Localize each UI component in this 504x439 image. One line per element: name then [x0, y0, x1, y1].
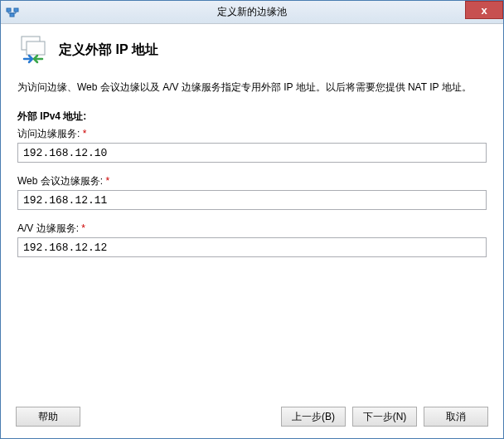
close-button[interactable]: x — [465, 1, 503, 19]
required-mark: * — [83, 128, 87, 139]
label-av-edge: A/V 边缘服务: * — [17, 222, 487, 236]
label-access-edge: 访问边缘服务: * — [17, 127, 487, 141]
label-access-edge-text: 访问边缘服务: — [17, 128, 80, 139]
help-button[interactable]: 帮助 — [16, 407, 80, 427]
label-webconf-edge-text: Web 会议边缘服务: — [17, 175, 103, 187]
next-button[interactable]: 下一步(N) — [352, 407, 417, 427]
svg-rect-1 — [14, 8, 18, 12]
svg-rect-2 — [10, 13, 14, 17]
window-title: 定义新的边缘池 — [1, 5, 503, 19]
section-title: 外部 IPv4 地址: — [17, 110, 487, 124]
input-av-edge[interactable] — [17, 237, 487, 257]
required-mark: * — [81, 222, 85, 234]
svg-rect-0 — [7, 8, 11, 12]
svg-rect-4 — [27, 41, 45, 55]
app-icon — [6, 6, 19, 19]
wizard-icon — [17, 34, 49, 66]
field-access-edge: 访问边缘服务: * — [17, 127, 487, 163]
required-mark: * — [105, 175, 109, 187]
input-webconf-edge[interactable] — [17, 190, 487, 210]
page-header: 定义外部 IP 地址 — [1, 24, 503, 80]
dialog-footer: 帮助 上一步(B) 下一步(N) 取消 — [1, 398, 503, 438]
input-access-edge[interactable] — [17, 143, 487, 163]
label-av-edge-text: A/V 边缘服务: — [17, 222, 79, 234]
title-bar: 定义新的边缘池 x — [1, 1, 503, 24]
dialog-content: 定义外部 IP 地址 为访问边缘、Web 会议边缘以及 A/V 边缘服务指定专用… — [1, 24, 503, 438]
cancel-button[interactable]: 取消 — [424, 407, 488, 427]
description-text: 为访问边缘、Web 会议边缘以及 A/V 边缘服务指定专用外部 IP 地址。以后… — [17, 80, 487, 95]
back-button[interactable]: 上一步(B) — [281, 407, 346, 427]
page-heading: 定义外部 IP 地址 — [59, 41, 158, 59]
form-body: 为访问边缘、Web 会议边缘以及 A/V 边缘服务指定专用外部 IP 地址。以后… — [1, 80, 503, 257]
field-av-edge: A/V 边缘服务: * — [17, 222, 487, 257]
field-webconf-edge: Web 会议边缘服务: * — [17, 174, 487, 210]
label-webconf-edge: Web 会议边缘服务: * — [17, 174, 487, 188]
